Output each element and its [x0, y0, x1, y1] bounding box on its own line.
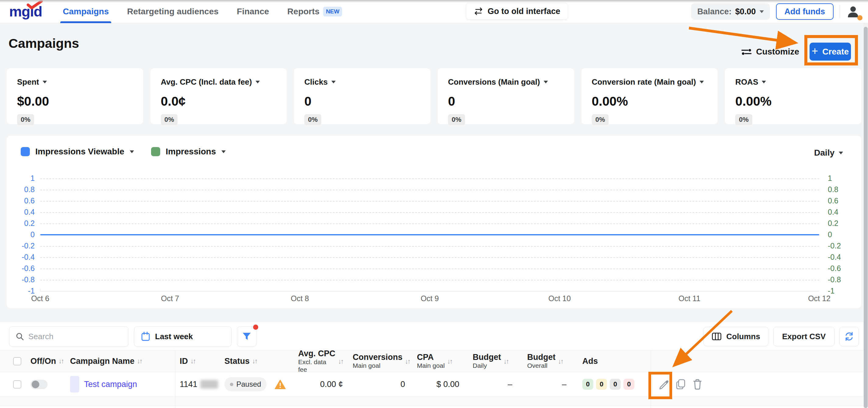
y-tick-left: 0.6	[7, 196, 35, 205]
y-tick-left: 0	[7, 230, 35, 239]
balance-dropdown[interactable]: Balance: $0.00	[691, 3, 770, 20]
header-budget-overall[interactable]: BudgetOverall ↓↑	[517, 353, 571, 369]
search-input[interactable]: Search	[9, 326, 128, 346]
sort-icon[interactable]: ↓↑	[190, 357, 195, 365]
tab-reports[interactable]: Reports NEW	[278, 0, 351, 23]
header-conversions[interactable]: ConversionsMain goal ↓↑	[344, 353, 407, 369]
kpi-label: Avg. CPC (Incl. data fee)	[161, 77, 252, 87]
tab-campaigns[interactable]: Campaigns	[54, 0, 118, 23]
sort-icon[interactable]: ↓↑	[252, 357, 257, 365]
kpi-change-badge: 0%	[17, 114, 34, 125]
campaign-toggle-off[interactable]	[30, 380, 48, 389]
header-status[interactable]: Status↓↑	[221, 356, 267, 366]
header-budget-daily[interactable]: BudgetDaily ↓↑	[462, 353, 517, 369]
kpi-label: Clicks	[304, 77, 328, 87]
avg-cpc-value: 0.00 ¢	[320, 380, 343, 389]
granularity-dropdown[interactable]: Daily	[814, 148, 843, 158]
customize-button[interactable]: Customize	[741, 47, 799, 57]
delete-campaign-button[interactable]	[692, 379, 702, 390]
ads-count-paused[interactable]: 0	[610, 379, 621, 390]
scrollbar-thumb[interactable]	[864, 27, 868, 408]
select-all-checkbox[interactable]	[13, 357, 21, 365]
scrollbar-track[interactable]	[863, 23, 868, 408]
kpi-metric-dropdown[interactable]: Clicks	[304, 77, 420, 87]
kpi-value: 0.0¢	[161, 94, 277, 109]
sort-icon[interactable]: ↓↑	[447, 357, 452, 365]
budget-overall-value: –	[562, 380, 566, 389]
y-tick-left: 0.4	[7, 208, 35, 217]
nav-right-cluster: Balance: $0.00 Add funds	[691, 3, 860, 20]
sort-icon[interactable]: ↓↑	[137, 357, 142, 365]
chevron-down-icon	[43, 81, 47, 84]
customize-label: Customize	[756, 47, 799, 57]
columns-button[interactable]: Columns	[704, 327, 768, 346]
header-avg-cpc[interactable]: Avg. CPCExcl. data fee ↓↑	[294, 349, 344, 373]
date-range-picker[interactable]: Last week	[134, 326, 231, 346]
campaign-name-link[interactable]: Test campaign	[84, 380, 137, 389]
header-label: Campaign Name	[70, 356, 135, 366]
warning-icon[interactable]	[275, 379, 286, 389]
table-next-row-partial	[0, 397, 868, 406]
kpi-metric-dropdown[interactable]: Conversion rate (Main goal)	[592, 77, 708, 87]
top-navigation-bar: mgid Campaigns Retargeting audiences Fin…	[0, 0, 868, 23]
date-range-label: Last week	[155, 332, 193, 341]
y-tick-left: -0.6	[7, 264, 35, 273]
sort-icon[interactable]: ↓↑	[338, 357, 343, 365]
filter-button[interactable]	[237, 326, 256, 346]
campaigns-table-section: Search Last week	[0, 322, 868, 408]
header-sublabel: Excl. data fee	[298, 358, 336, 373]
mgid-logo[interactable]: mgid	[9, 4, 42, 19]
header-label: Budget	[473, 353, 501, 362]
header-label: Ads	[582, 356, 598, 366]
kpi-metric-dropdown[interactable]: Spent	[17, 77, 133, 87]
sort-icon[interactable]: ↓↑	[503, 357, 508, 365]
export-csv-button[interactable]: Export CSV	[773, 327, 835, 346]
header-campaign-name[interactable]: Campaign Name↓↑	[62, 356, 175, 366]
ads-count-pending[interactable]: 0	[596, 379, 607, 390]
header-id[interactable]: ID↓↑	[175, 356, 221, 366]
search-icon	[16, 332, 24, 341]
tab-finance-label: Finance	[237, 7, 269, 17]
legend-impressions-dropdown[interactable]: Impressions	[151, 147, 226, 157]
kpi-value: 0.00%	[592, 94, 708, 109]
kpi-metric-dropdown[interactable]: Avg. CPC (Incl. data fee)	[161, 77, 277, 87]
budget-daily-value: –	[508, 380, 512, 389]
kpi-card-conversion-rate: Conversion rate (Main goal) 0.00% 0%	[581, 68, 718, 124]
legend-impressions-viewable-dropdown[interactable]: Impressions Viewable	[21, 147, 134, 157]
chevron-down-icon	[700, 81, 704, 84]
kpi-metric-dropdown[interactable]: Conversions (Main goal)	[448, 77, 564, 87]
add-funds-button[interactable]: Add funds	[776, 3, 834, 20]
table-toolbar: Search Last week	[9, 326, 859, 346]
edit-campaign-button[interactable]	[658, 379, 669, 390]
go-to-old-interface-button[interactable]: Go to old interface	[466, 3, 568, 20]
ads-count-rejected[interactable]: 0	[623, 379, 634, 390]
ads-count-approved[interactable]: 0	[582, 379, 593, 390]
y-tick-right: 0.2	[828, 219, 838, 228]
gridline	[40, 179, 819, 179]
tab-retargeting-audiences[interactable]: Retargeting audiences	[118, 0, 227, 23]
refresh-button[interactable]	[839, 327, 859, 346]
nav-divider	[840, 5, 840, 18]
x-tick-label: Oct 8	[291, 294, 309, 303]
kpi-cards-row: Spent $0.00 0% Avg. CPC (Incl. data fee)…	[7, 68, 861, 124]
kpi-value: $0.00	[17, 94, 133, 109]
header-cpa[interactable]: CPAMain goal ↓↑	[407, 353, 462, 369]
x-axis-line	[40, 291, 819, 291]
kpi-change-badge: 0%	[592, 114, 609, 125]
row-checkbox[interactable]	[13, 380, 21, 388]
nav-tabs: Campaigns Retargeting audiences Finance …	[54, 0, 351, 23]
kpi-metric-dropdown[interactable]: ROAS	[735, 77, 851, 87]
tab-reports-label: Reports	[287, 7, 319, 17]
kpi-card-conversions: Conversions (Main goal) 0 0%	[438, 68, 574, 124]
x-tick-label: Oct 7	[161, 294, 179, 303]
create-button[interactable]: + Create	[809, 43, 851, 61]
duplicate-campaign-button[interactable]	[676, 379, 686, 390]
sort-icon[interactable]: ↓↑	[558, 357, 563, 365]
add-funds-label: Add funds	[784, 7, 825, 17]
header-off-on[interactable]: Off/On↓↑	[21, 356, 62, 366]
tab-finance[interactable]: Finance	[228, 0, 278, 23]
y-tick-right: 0.4	[828, 208, 838, 217]
conversions-value: 0	[401, 380, 405, 389]
user-avatar[interactable]	[846, 5, 860, 19]
header-sublabel: Daily	[473, 362, 501, 369]
